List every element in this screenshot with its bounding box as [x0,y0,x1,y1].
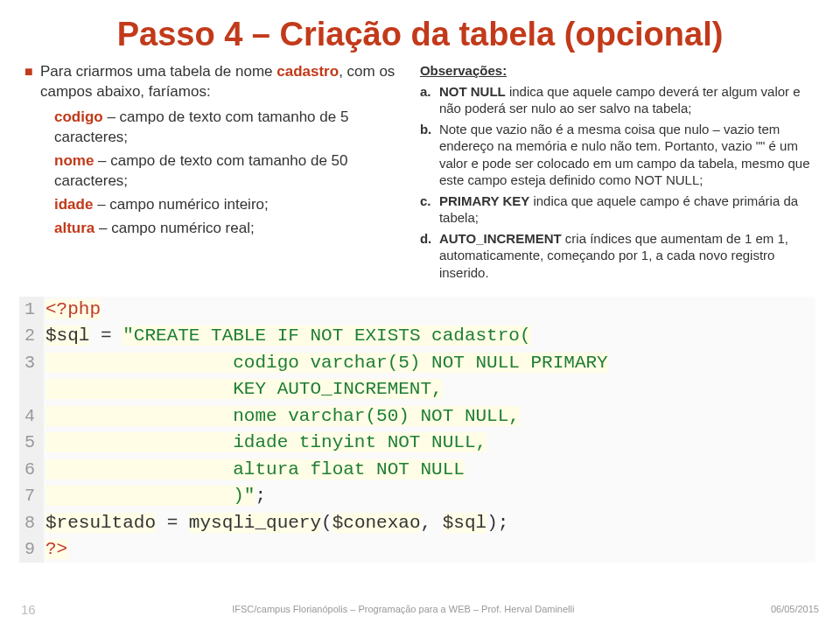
str: )" [46,486,255,506]
field1-key: codigo [54,108,103,125]
field4-key: altura [54,220,94,236]
page-number: 16 [21,602,36,617]
lineno: 8 [19,510,44,536]
obs-a-text: NOT NULL indica que aquele campo deverá … [439,83,816,117]
code-cell: idade tinyint NOT NULL, [44,430,486,456]
footer-center: IFSC/campus Florianópolis – Programação … [232,604,574,614]
code-line-6: 6 altura float NOT NULL [19,457,816,483]
var-conexao: $conexao [332,513,421,533]
lineno: 3 [19,350,44,376]
obs-a-key: NOT NULL [439,84,506,99]
field4-text: – campo numérico real; [94,220,254,236]
intro-a: Para criarmos uma tabela de nome [40,63,276,80]
op-eq: = [156,513,189,533]
field-codigo: codigo – campo de texto com tamanho de 5… [54,108,404,148]
field3-key: idade [54,196,93,213]
field2-text: – campo de texto com tamanho de 50 carac… [54,152,347,189]
code-cell: )"; [44,483,266,509]
code-line-9: 9 ?> [19,536,816,563]
code-cell: codigo varchar(5) NOT NULL PRIMARY [44,350,608,376]
obs-b: b. Note que vazio não é a mesma coisa qu… [420,121,816,189]
code-line-7: 7 )"; [19,483,816,509]
semi: ; [255,486,266,506]
lineno: 1 [19,297,44,323]
slide-title: Passo 4 – Criação da tabela (opcional) [24,16,816,53]
var-sql: $sql [46,326,89,346]
fn-mysqli: mysqli_query [189,513,321,533]
lineno: 7 [19,483,44,509]
obs-c: c. PRIMARY KEY indica que aquele campo é… [420,192,816,227]
lineno: 6 [19,457,44,483]
php-close: ?> [46,539,67,559]
code-line-1: 1 <?php [19,297,816,323]
code-cell: $resultado = mysqli_query($conexao, $sql… [44,510,508,536]
code-line-4: 4 nome varchar(50) NOT NULL, [19,403,816,430]
str: nome varchar(50) NOT NULL, [46,406,520,426]
obs-b-text: Note que vazio não é a mesma coisa que n… [439,121,816,189]
field-nome: nome – campo de texto com tamanho de 50 … [54,151,404,192]
op-eq: = [89,326,122,346]
obs-c-label: c. [420,192,439,227]
comma: , [421,513,443,533]
code-line-8: 8 $resultado = mysqli_query($conexao, $s… [19,510,816,536]
code-cell: altura float NOT NULL [44,457,465,483]
code-line-3: 3 codigo varchar(5) NOT NULL PRIMARY [19,350,816,376]
var-resultado: $resultado [46,513,156,533]
str: altura float NOT NULL [46,459,465,480]
str: KEY AUTO_INCREMENT, [46,379,443,399]
code-cell: ?> [44,536,67,563]
lineno: 5 [19,430,44,456]
obs-d: d. AUTO_INCREMENT cria índices que aumen… [420,230,816,282]
lineno: 9 [19,536,44,563]
field3-text: – campo numérico inteiro; [93,196,268,213]
code-line-5: 5 idade tinyint NOT NULL, [19,430,816,456]
slide: Passo 4 – Criação da tabela (opcional) ■… [0,0,840,630]
obs-c-text: PRIMARY KEY indica que aquele campo é ch… [439,192,816,227]
obs-a: a. NOT NULL indica que aquele campo deve… [420,83,816,117]
left-column: ■ Para criarmos uma tabela de nome cadas… [24,62,404,284]
code-cell: $sql = "CREATE TABLE IF NOT EXISTS cadas… [44,323,531,349]
footer: 16 IFSC/campus Florianópolis – Programaç… [0,598,840,620]
intro-text: Para criarmos uma tabela de nome cadastr… [40,62,404,102]
str: idade tinyint NOT NULL, [46,432,486,452]
obs-d-text: AUTO_INCREMENT cria índices que aumentam… [439,230,816,282]
code-cell: KEY AUTO_INCREMENT, [44,376,443,402]
php-open: <?php [46,299,101,319]
field2-key: nome [54,152,94,169]
intro-bullet: ■ Para criarmos uma tabela de nome cadas… [24,62,404,102]
field-altura: altura – campo numérico real; [54,219,404,239]
paren-close: ); [486,513,508,533]
bullet-icon: ■ [24,62,40,102]
obs-d-label: d. [420,230,439,282]
code-line-2: 2 $sql = "CREATE TABLE IF NOT EXISTS cad… [19,323,816,349]
footer-date: 06/05/2015 [771,604,819,614]
var-sql2: $sql [443,513,486,533]
code-block: 1 <?php 2 $sql = "CREATE TABLE IF NOT EX… [19,297,816,563]
lineno: 4 [19,403,44,430]
obs-c-key: PRIMARY KEY [439,193,529,208]
lineno: 2 [19,323,44,349]
intro-kw: cadastro [276,63,339,80]
code-line-3b: KEY AUTO_INCREMENT, [19,376,816,402]
code-cell: <?php [44,297,101,323]
code-cell: nome varchar(50) NOT NULL, [44,403,520,430]
str: codigo varchar(5) NOT NULL PRIMARY [46,353,608,373]
obs-b-label: b. [420,121,439,189]
obs-heading: Observações: [420,62,816,80]
right-column: Observações: a. NOT NULL indica que aque… [420,62,816,284]
lineno [19,376,44,402]
columns: ■ Para criarmos uma tabela de nome cadas… [24,62,816,284]
obs-a-label: a. [420,83,439,117]
paren: ( [321,513,332,533]
field-idade: idade – campo numérico inteiro; [54,195,404,215]
str: "CREATE TABLE IF NOT EXISTS cadastro( [122,326,530,346]
obs-d-key: AUTO_INCREMENT [439,231,562,246]
